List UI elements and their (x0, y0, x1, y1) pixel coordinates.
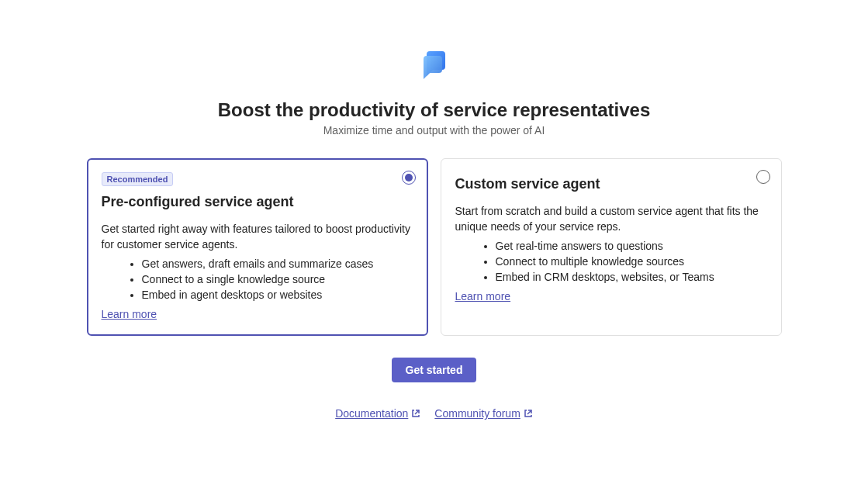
list-item: Embed in agent desktops or websites (142, 287, 413, 302)
documentation-link-label: Documentation (335, 407, 408, 420)
community-link-label: Community forum (434, 407, 520, 420)
learn-more-link-custom[interactable]: Learn more (455, 290, 511, 302)
option-card-preconfigured[interactable]: Recommended Pre-configured service agent… (87, 158, 428, 336)
option-bullets-preconfigured: Get answers, draft emails and summarize … (102, 256, 413, 303)
copilot-logo-icon (416, 47, 453, 84)
option-title-custom: Custom service agent (455, 176, 767, 192)
documentation-link[interactable]: Documentation (335, 407, 420, 420)
option-card-custom[interactable]: Custom service agent Start from scratch … (441, 158, 782, 336)
radio-preconfigured[interactable] (402, 171, 416, 185)
option-bullets-custom: Get real-time answers to questions Conne… (455, 238, 767, 285)
option-title-preconfigured: Pre-configured service agent (102, 194, 413, 210)
external-link-icon (524, 409, 533, 418)
list-item: Embed in CRM desktops, websites, or Team… (496, 269, 767, 285)
radio-custom[interactable] (756, 170, 770, 184)
option-desc-preconfigured: Get started right away with features tai… (102, 221, 413, 253)
list-item: Get answers, draft emails and summarize … (142, 256, 413, 271)
page-title: Boost the productivity of service repres… (218, 99, 651, 121)
list-item: Connect to multiple knowledge sources (496, 254, 767, 269)
option-desc-custom: Start from scratch and build a custom se… (455, 203, 767, 235)
learn-more-link-preconfigured[interactable]: Learn more (102, 308, 157, 320)
list-item: Connect to a single knowledge source (142, 271, 413, 287)
external-link-icon (411, 409, 420, 418)
recommended-badge: Recommended (102, 172, 174, 186)
community-forum-link[interactable]: Community forum (434, 407, 532, 420)
get-started-button[interactable]: Get started (392, 358, 477, 382)
page-subtitle: Maximize time and output with the power … (323, 124, 545, 137)
list-item: Get real-time answers to questions (496, 238, 767, 254)
footer-links: Documentation Community forum (335, 407, 533, 420)
option-cards-row: Recommended Pre-configured service agent… (87, 158, 782, 336)
